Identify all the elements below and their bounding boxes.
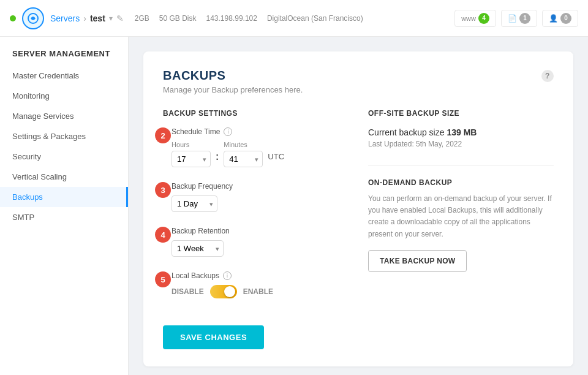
user-badge-button[interactable]: 👤 0 bbox=[542, 10, 578, 27]
toggle-row: DISABLE ENABLE bbox=[172, 285, 349, 298]
retention-select-wrap: 1 Week 2 Weeks 1 Month bbox=[172, 240, 224, 257]
page-subtitle: Manage your Backup preferences here. bbox=[163, 85, 554, 94]
schedule-time-group: Schedule Time i Hours 17 bbox=[172, 127, 349, 167]
help-icon[interactable]: ? bbox=[541, 70, 554, 82]
sidebar-label-settings-packages: Settings & Packages bbox=[12, 132, 86, 141]
toggle-thumb bbox=[224, 286, 235, 297]
backup-retention-label: Backup Retention bbox=[172, 227, 349, 235]
www-label: www bbox=[461, 15, 476, 22]
user-icon: 👤 bbox=[549, 14, 558, 23]
status-dot bbox=[10, 15, 16, 21]
page-title: BACKUPS bbox=[163, 69, 225, 83]
hours-select[interactable]: 17 bbox=[172, 151, 211, 167]
backup-frequency-label: Backup Frequency bbox=[172, 182, 349, 191]
file-icon: 📄 bbox=[508, 14, 517, 23]
schedule-time-label: Schedule Time i bbox=[172, 127, 349, 136]
last-updated: Last Updated: 5th May, 2022 bbox=[368, 140, 554, 148]
server-provider: DigitalOcean (San Francisco) bbox=[267, 14, 363, 23]
utc-label: UTC bbox=[268, 152, 284, 161]
sidebar-item-security[interactable]: Security bbox=[0, 146, 128, 167]
sidebar-item-manage-services[interactable]: Manage Services bbox=[0, 106, 128, 126]
local-backups-info-icon[interactable]: i bbox=[223, 271, 232, 280]
time-inputs: Hours 17 : Minutes bbox=[172, 141, 349, 167]
take-backup-button[interactable]: TAKE BACKUP NOW bbox=[368, 250, 467, 272]
step-5-badge: 5 bbox=[155, 271, 171, 287]
sidebar-item-settings-packages[interactable]: Settings & Packages bbox=[0, 126, 128, 146]
file-count: 1 bbox=[519, 13, 530, 24]
step-2-badge: 2 bbox=[155, 127, 171, 143]
breadcrumb: Servers › test ▾ ✎ bbox=[50, 13, 124, 23]
step-3-badge: 3 bbox=[155, 182, 171, 198]
sidebar-label-master-credentials: Master Credentials bbox=[12, 71, 79, 80]
sidebar-label-vertical-scaling: Vertical Scaling bbox=[12, 172, 67, 181]
sidebar-label-manage-services: Manage Services bbox=[12, 112, 74, 121]
breadcrumb-separator: › bbox=[83, 13, 86, 23]
topbar-left: Servers › test ▾ ✎ 2GB 50 GB Disk 143.19… bbox=[10, 7, 454, 29]
right-panel: OFF-SITE BACKUP SIZE Current backup size… bbox=[368, 109, 554, 349]
layout: Server Management Master Credentials Mon… bbox=[0, 37, 588, 375]
server-meta: 2GB 50 GB Disk 143.198.99.102 DigitalOce… bbox=[135, 14, 363, 23]
server-ip: 143.198.99.102 bbox=[206, 14, 257, 23]
sidebar-item-master-credentials[interactable]: Master Credentials bbox=[0, 66, 128, 86]
backup-settings-title: BACKUP SETTINGS bbox=[163, 109, 349, 118]
file-badge-button[interactable]: 📄 1 bbox=[501, 10, 537, 27]
schedule-time-info-icon[interactable]: i bbox=[224, 127, 232, 136]
topbar-right: www 4 📄 1 👤 0 bbox=[454, 10, 578, 27]
offsite-backup-section: OFF-SITE BACKUP SIZE Current backup size… bbox=[368, 109, 554, 148]
hours-label: Hours bbox=[172, 141, 211, 148]
chevron-down-icon[interactable]: ▾ bbox=[109, 14, 113, 23]
server-ram: 2GB bbox=[135, 14, 149, 23]
on-demand-desc: You can perform an on-demand backup of y… bbox=[368, 193, 554, 240]
minutes-select[interactable]: 41 bbox=[224, 151, 263, 167]
on-demand-section: ON-DEMAND BACKUP You can perform an on-d… bbox=[368, 178, 554, 272]
content-grid: BACKUP SETTINGS 2 Schedule Time i Hours bbox=[163, 109, 554, 349]
local-backups-toggle[interactable] bbox=[210, 285, 237, 298]
sidebar-item-backups[interactable]: Backups bbox=[0, 187, 128, 207]
enable-label: ENABLE bbox=[243, 287, 273, 296]
on-demand-title: ON-DEMAND BACKUP bbox=[368, 178, 554, 187]
server-disk: 50 GB Disk bbox=[159, 14, 197, 23]
sidebar-label-security: Security bbox=[12, 152, 41, 161]
topbar: Servers › test ▾ ✎ 2GB 50 GB Disk 143.19… bbox=[0, 0, 588, 37]
sidebar-item-vertical-scaling[interactable]: Vertical Scaling bbox=[0, 167, 128, 187]
edit-icon[interactable]: ✎ bbox=[116, 13, 124, 23]
sidebar-label-backups: Backups bbox=[12, 192, 43, 202]
retention-select[interactable]: 1 Week 2 Weeks 1 Month bbox=[172, 240, 224, 257]
divider bbox=[368, 165, 554, 166]
offsite-title: OFF-SITE BACKUP SIZE bbox=[368, 109, 554, 118]
breadcrumb-current: test bbox=[90, 13, 105, 23]
sidebar-label-smtp: SMTP bbox=[12, 213, 34, 222]
backup-retention-group: Backup Retention 1 Week 2 Weeks 1 Month bbox=[172, 227, 349, 257]
sidebar-title: Server Management bbox=[0, 49, 128, 66]
minutes-select-wrap: 41 bbox=[224, 151, 263, 167]
sidebar-item-monitoring[interactable]: Monitoring bbox=[0, 86, 128, 106]
disable-label: DISABLE bbox=[172, 287, 204, 296]
backup-frequency-group: Backup Frequency 1 Day 2 Days 3 Days 7 D… bbox=[172, 182, 349, 212]
time-separator: : bbox=[216, 151, 219, 162]
minutes-col: Minutes 41 bbox=[224, 141, 263, 167]
logo bbox=[22, 7, 44, 29]
frequency-select-wrap: 1 Day 2 Days 3 Days 7 Days bbox=[172, 195, 217, 212]
breadcrumb-servers[interactable]: Servers bbox=[50, 13, 80, 23]
save-changes-button[interactable]: SAVE CHANGES bbox=[163, 325, 264, 349]
sidebar-label-monitoring: Monitoring bbox=[12, 91, 50, 100]
hours-select-wrap: 17 bbox=[172, 151, 211, 167]
sidebar-item-smtp[interactable]: SMTP bbox=[0, 207, 128, 227]
www-badge-button[interactable]: www 4 bbox=[454, 10, 496, 27]
frequency-select[interactable]: 1 Day 2 Days 3 Days 7 Days bbox=[172, 195, 217, 212]
minutes-label: Minutes bbox=[224, 141, 263, 148]
step-4-badge: 4 bbox=[155, 227, 171, 243]
backup-size-value: 139 MB bbox=[447, 127, 477, 137]
backup-settings-panel: BACKUP SETTINGS 2 Schedule Time i Hours bbox=[163, 109, 349, 349]
local-backups-label: Local Backups i bbox=[172, 271, 349, 280]
current-backup-size: Current backup size 139 MB bbox=[368, 127, 554, 137]
backups-card: BACKUPS ? Manage your Backup preferences… bbox=[143, 51, 573, 366]
local-backups-group: Local Backups i DISABLE ENABLE bbox=[172, 271, 349, 298]
sidebar: Server Management Master Credentials Mon… bbox=[0, 37, 129, 375]
main-content: BACKUPS ? Manage your Backup preferences… bbox=[129, 37, 588, 375]
user-count: 0 bbox=[560, 13, 571, 24]
www-count: 4 bbox=[478, 13, 489, 24]
page-title-row: BACKUPS ? bbox=[163, 69, 554, 83]
hours-col: Hours 17 bbox=[172, 141, 211, 167]
